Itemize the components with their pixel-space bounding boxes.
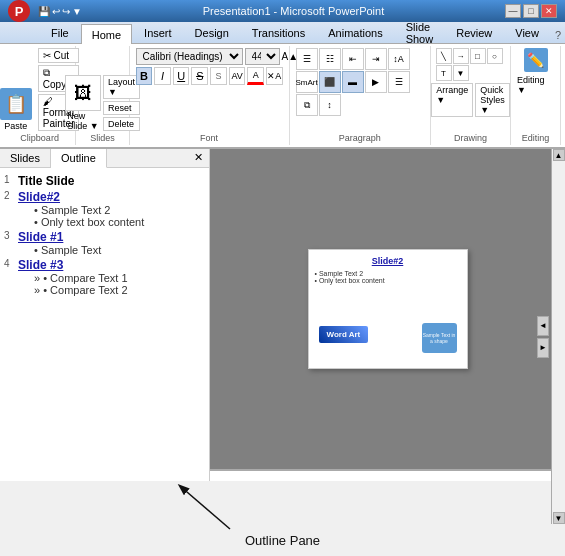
bold-button[interactable]: B xyxy=(136,67,153,85)
reading-view-button[interactable]: ▤ xyxy=(411,529,420,540)
quick-access-more[interactable]: ▼ xyxy=(72,6,82,17)
circle-shape[interactable]: ○ xyxy=(487,48,503,64)
editing-group: ✏️ Editing ▼ Editing xyxy=(511,46,561,145)
quick-access-save[interactable]: 💾 xyxy=(38,6,50,17)
shadow-button[interactable]: S xyxy=(210,67,227,85)
tab-outline[interactable]: Outline xyxy=(51,149,107,168)
decrease-indent-button[interactable]: ⇤ xyxy=(342,48,364,70)
clipboard-label: Clipboard xyxy=(20,131,59,143)
tab-design[interactable]: Design xyxy=(184,23,240,43)
left-panel: Slides Outline ✕ 1 Title Slide 2 Slide#2 xyxy=(0,149,210,524)
panel-close-button[interactable]: ✕ xyxy=(188,149,209,167)
maximize-button[interactable]: □ xyxy=(523,4,539,18)
strikethrough-button[interactable]: S xyxy=(191,67,208,85)
justify-button[interactable]: ☰ xyxy=(388,71,410,93)
fit-window-button[interactable]: ⊞ xyxy=(545,528,559,541)
new-slide-label[interactable]: NewSlide ▼ xyxy=(67,111,98,131)
status-right-controls: ▦ ▣ ▤ ▶ - + 17% ⊞ xyxy=(385,527,559,543)
tab-slides[interactable]: Slides xyxy=(0,149,51,167)
center-button[interactable]: ▬ xyxy=(342,71,364,93)
ribbon: 📋 Paste ✂ Cut ⧉ Copy 🖌 Format Painter Cl… xyxy=(0,44,565,149)
rect-shape[interactable]: □ xyxy=(470,48,486,64)
more-shapes[interactable]: ▼ xyxy=(453,65,469,81)
editing-label: Editing xyxy=(522,131,550,143)
slide-thumb-text-2: • Only text box content xyxy=(315,277,461,284)
minimize-button[interactable]: — xyxy=(505,4,521,18)
app-window: P 💾 ↩ ↪ ▼ Presentation1 - Microsoft Powe… xyxy=(0,0,565,556)
slides-label: Slides xyxy=(90,131,115,143)
collapse-right-button[interactable]: ► xyxy=(537,338,549,358)
bullet-list-button[interactable]: ☰ xyxy=(296,48,318,70)
outline-item-4: 4 Slide #3 » • Compare Text 1 » • Compar… xyxy=(4,258,205,296)
paragraph-buttons: ☰ ☷ ⇤ ⇥ ↕A SmArt ⬛ ▬ ▶ ☰ ⧉ ↕ xyxy=(296,48,424,116)
arrange-button[interactable]: Arrange ▼ xyxy=(431,83,473,117)
quick-styles-button[interactable]: Quick Styles ▼ xyxy=(475,83,510,117)
notes-placeholder: Click to add notes xyxy=(340,491,435,505)
normal-view-button[interactable]: ▦ xyxy=(385,529,394,540)
tab-view[interactable]: View xyxy=(504,23,550,43)
panel-collapse-controls: ◄ ► xyxy=(537,316,551,358)
outline-title-2[interactable]: Slide#2 xyxy=(18,190,205,204)
paste-label[interactable]: Paste xyxy=(4,121,27,131)
increase-indent-button[interactable]: ⇥ xyxy=(365,48,387,70)
main-area: Slides Outline ✕ 1 Title Slide 2 Slide#2 xyxy=(0,149,565,524)
zoom-slider[interactable] xyxy=(447,527,507,543)
help-button[interactable]: ? xyxy=(551,27,565,43)
quick-access-undo[interactable]: ↩ xyxy=(52,6,60,17)
convert-to-smartart-button[interactable]: SmArt xyxy=(296,71,318,93)
tab-review[interactable]: Review xyxy=(445,23,503,43)
font-size-select[interactable]: 44 xyxy=(245,48,280,65)
character-spacing-button[interactable]: AV xyxy=(229,67,246,85)
textbox-shape[interactable]: T xyxy=(436,65,452,81)
zoom-out-button[interactable]: - xyxy=(440,529,443,540)
outline-title-1: Title Slide xyxy=(18,174,205,188)
font-label: Font xyxy=(200,131,218,143)
outline-title-4[interactable]: Slide #3 xyxy=(18,258,205,272)
editing-dropdown[interactable]: Editing ▼ xyxy=(517,75,554,95)
slide-display-area[interactable]: Slide#2 • Sample Text 2 • Only text box … xyxy=(210,149,565,469)
tab-animations[interactable]: Animations xyxy=(317,23,393,43)
line-shape[interactable]: ╲ xyxy=(436,48,452,64)
ribbon-tab-bar: File Home Insert Design Transitions Anim… xyxy=(0,22,565,44)
scroll-up-button[interactable]: ▲ xyxy=(553,149,565,161)
italic-button[interactable]: I xyxy=(154,67,171,85)
slide-thumb-text-1: • Sample Text 2 xyxy=(315,270,461,277)
text-direction-button[interactable]: ↕A xyxy=(388,48,410,70)
quick-access-redo[interactable]: ↪ xyxy=(62,6,70,17)
zoom-in-button[interactable]: + xyxy=(511,529,517,540)
scroll-down-button[interactable]: ▼ xyxy=(553,512,565,524)
font-controls: Calibri (Headings) 44 A▲ A▼ B I U S S AV… xyxy=(136,48,283,85)
vertical-scrollbar[interactable]: ▲ ▼ xyxy=(551,149,565,524)
close-button[interactable]: ✕ xyxy=(541,4,557,18)
slide-sorter-button[interactable]: ▣ xyxy=(398,529,407,540)
columns-button[interactable]: ⧉ xyxy=(296,94,318,116)
outline-panel: 1 Title Slide 2 Slide#2 • Sample Text 2 … xyxy=(0,168,209,510)
clear-formatting-button[interactable]: ✕A xyxy=(266,67,283,85)
font-color-button[interactable]: A xyxy=(247,67,264,85)
numbered-list-button[interactable]: ☷ xyxy=(319,48,341,70)
new-slide-button[interactable]: 🖼 xyxy=(65,75,101,111)
tab-home[interactable]: Home xyxy=(81,24,132,44)
title-bar: P 💾 ↩ ↪ ▼ Presentation1 - Microsoft Powe… xyxy=(0,0,565,22)
font-name-select[interactable]: Calibri (Headings) xyxy=(136,48,243,65)
tab-insert[interactable]: Insert xyxy=(133,23,183,43)
slideshow-button[interactable]: ▶ xyxy=(424,529,432,540)
outline-item-1: 1 Title Slide xyxy=(4,174,205,188)
tab-transitions[interactable]: Transitions xyxy=(241,23,316,43)
tab-slideshow[interactable]: Slide Show xyxy=(395,23,445,43)
outline-bullet-2-1: • Sample Text 2 xyxy=(18,204,205,216)
align-right-button[interactable]: ▶ xyxy=(365,71,387,93)
line-spacing-button[interactable]: ↕ xyxy=(319,94,341,116)
align-left-button[interactable]: ⬛ xyxy=(319,71,341,93)
outline-scrollbar-h[interactable] xyxy=(0,510,209,524)
collapse-left-button[interactable]: ◄ xyxy=(537,316,549,336)
underline-button[interactable]: U xyxy=(173,67,190,85)
outline-item-3: 3 Slide #1 • Sample Text xyxy=(4,230,205,256)
tab-file[interactable]: File xyxy=(40,23,80,43)
slide-thumbnail[interactable]: Slide#2 • Sample Text 2 • Only text box … xyxy=(308,249,468,369)
arrow-shape[interactable]: → xyxy=(453,48,469,64)
office-button[interactable]: P xyxy=(8,0,30,22)
outline-title-3[interactable]: Slide #1 xyxy=(18,230,205,244)
outline-bullet-2-2: • Only text box content xyxy=(18,216,205,228)
notes-area[interactable]: Click to add notes xyxy=(210,469,565,524)
